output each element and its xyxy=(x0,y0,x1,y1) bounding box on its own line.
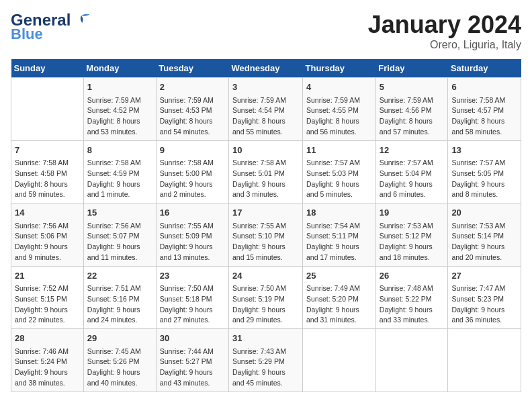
calendar-cell: 4Sunrise: 7:59 AM Sunset: 4:55 PM Daylig… xyxy=(303,78,376,141)
calendar-cell: 13Sunrise: 7:57 AM Sunset: 5:05 PM Dayli… xyxy=(448,140,521,203)
calendar-week-row: 1Sunrise: 7:59 AM Sunset: 4:52 PM Daylig… xyxy=(11,78,521,141)
day-number: 8 xyxy=(87,144,152,157)
calendar-cell: 14Sunrise: 7:56 AM Sunset: 5:06 PM Dayli… xyxy=(11,203,84,267)
day-info: Sunrise: 7:58 AM Sunset: 4:57 PM Dayligh… xyxy=(451,95,517,138)
day-info: Sunrise: 7:44 AM Sunset: 5:27 PM Dayligh… xyxy=(160,347,225,389)
calendar-cell: 16Sunrise: 7:55 AM Sunset: 5:09 PM Dayli… xyxy=(156,203,228,267)
day-number: 16 xyxy=(160,206,225,220)
day-number: 23 xyxy=(160,269,225,283)
day-header-monday: Monday xyxy=(83,59,156,78)
day-info: Sunrise: 7:52 AM Sunset: 5:15 PM Dayligh… xyxy=(15,283,80,326)
calendar-week-row: 14Sunrise: 7:56 AM Sunset: 5:06 PM Dayli… xyxy=(11,203,521,267)
calendar-cell: 26Sunrise: 7:48 AM Sunset: 5:22 PM Dayli… xyxy=(375,266,448,329)
calendar-cell: 23Sunrise: 7:50 AM Sunset: 5:18 PM Dayli… xyxy=(156,266,228,329)
day-number: 29 xyxy=(87,332,152,345)
day-info: Sunrise: 7:49 AM Sunset: 5:20 PM Dayligh… xyxy=(306,283,372,326)
day-info: Sunrise: 7:56 AM Sunset: 5:07 PM Dayligh… xyxy=(87,221,152,263)
day-info: Sunrise: 7:59 AM Sunset: 4:54 PM Dayligh… xyxy=(232,95,299,138)
calendar-cell: 29Sunrise: 7:45 AM Sunset: 5:26 PM Dayli… xyxy=(83,329,156,392)
calendar-cell: 27Sunrise: 7:47 AM Sunset: 5:23 PM Dayli… xyxy=(448,266,521,329)
day-number: 28 xyxy=(15,332,80,345)
day-info: Sunrise: 7:58 AM Sunset: 5:00 PM Dayligh… xyxy=(160,158,225,200)
calendar-table: SundayMondayTuesdayWednesdayThursdayFrid… xyxy=(11,59,521,392)
day-number: 7 xyxy=(15,144,80,157)
calendar-cell xyxy=(11,78,84,141)
day-number: 18 xyxy=(306,206,372,220)
logo-text-blue: Blue xyxy=(11,26,43,43)
day-number: 19 xyxy=(380,206,445,220)
calendar-cell: 28Sunrise: 7:46 AM Sunset: 5:24 PM Dayli… xyxy=(11,329,84,392)
day-info: Sunrise: 7:50 AM Sunset: 5:19 PM Dayligh… xyxy=(232,283,299,326)
calendar-cell: 18Sunrise: 7:54 AM Sunset: 5:11 PM Dayli… xyxy=(303,203,376,267)
calendar-cell: 25Sunrise: 7:49 AM Sunset: 5:20 PM Dayli… xyxy=(303,266,376,329)
calendar-cell: 6Sunrise: 7:58 AM Sunset: 4:57 PM Daylig… xyxy=(448,78,521,141)
day-info: Sunrise: 7:51 AM Sunset: 5:16 PM Dayligh… xyxy=(87,283,152,326)
day-number: 17 xyxy=(232,206,299,220)
calendar-cell: 12Sunrise: 7:57 AM Sunset: 5:04 PM Dayli… xyxy=(375,140,448,203)
logo: General Blue xyxy=(11,11,91,43)
calendar-cell: 3Sunrise: 7:59 AM Sunset: 4:54 PM Daylig… xyxy=(229,78,303,141)
calendar-cell: 19Sunrise: 7:53 AM Sunset: 5:12 PM Dayli… xyxy=(375,203,448,267)
day-info: Sunrise: 7:45 AM Sunset: 5:26 PM Dayligh… xyxy=(87,347,152,389)
day-header-tuesday: Tuesday xyxy=(156,59,228,78)
title-block: January 2024 Orero, Liguria, Italy xyxy=(368,11,521,51)
day-info: Sunrise: 7:58 AM Sunset: 5:01 PM Dayligh… xyxy=(232,158,299,200)
day-number: 30 xyxy=(160,332,225,345)
day-number: 31 xyxy=(232,332,299,345)
calendar-cell: 21Sunrise: 7:52 AM Sunset: 5:15 PM Dayli… xyxy=(11,266,84,329)
day-info: Sunrise: 7:59 AM Sunset: 4:56 PM Dayligh… xyxy=(380,95,445,138)
day-number: 25 xyxy=(306,269,372,283)
day-info: Sunrise: 7:58 AM Sunset: 4:59 PM Dayligh… xyxy=(87,158,152,200)
calendar-cell: 9Sunrise: 7:58 AM Sunset: 5:00 PM Daylig… xyxy=(156,140,228,203)
day-info: Sunrise: 7:56 AM Sunset: 5:06 PM Dayligh… xyxy=(15,221,80,263)
day-number: 9 xyxy=(160,144,225,157)
day-info: Sunrise: 7:50 AM Sunset: 5:18 PM Dayligh… xyxy=(160,283,225,326)
calendar-cell: 24Sunrise: 7:50 AM Sunset: 5:19 PM Dayli… xyxy=(229,266,303,329)
calendar-cell: 5Sunrise: 7:59 AM Sunset: 4:56 PM Daylig… xyxy=(375,78,448,141)
day-header-sunday: Sunday xyxy=(11,59,84,78)
day-info: Sunrise: 7:53 AM Sunset: 5:12 PM Dayligh… xyxy=(380,221,445,263)
day-info: Sunrise: 7:53 AM Sunset: 5:14 PM Dayligh… xyxy=(451,221,517,263)
day-info: Sunrise: 7:57 AM Sunset: 5:03 PM Dayligh… xyxy=(306,158,372,200)
calendar-week-row: 21Sunrise: 7:52 AM Sunset: 5:15 PM Dayli… xyxy=(11,266,521,329)
day-info: Sunrise: 7:54 AM Sunset: 5:11 PM Dayligh… xyxy=(306,221,372,263)
logo-bird-icon xyxy=(72,11,91,30)
day-number: 21 xyxy=(15,269,80,283)
day-info: Sunrise: 7:57 AM Sunset: 5:04 PM Dayligh… xyxy=(380,158,445,200)
calendar-cell: 15Sunrise: 7:56 AM Sunset: 5:07 PM Dayli… xyxy=(83,203,156,267)
day-info: Sunrise: 7:46 AM Sunset: 5:24 PM Dayligh… xyxy=(15,347,80,389)
day-info: Sunrise: 7:58 AM Sunset: 4:58 PM Dayligh… xyxy=(15,158,80,200)
day-number: 2 xyxy=(160,81,225,94)
day-info: Sunrise: 7:55 AM Sunset: 5:10 PM Dayligh… xyxy=(232,221,299,263)
calendar-week-row: 7Sunrise: 7:58 AM Sunset: 4:58 PM Daylig… xyxy=(11,140,521,203)
day-header-friday: Friday xyxy=(375,59,448,78)
day-info: Sunrise: 7:43 AM Sunset: 5:29 PM Dayligh… xyxy=(232,347,299,389)
calendar-cell: 10Sunrise: 7:58 AM Sunset: 5:01 PM Dayli… xyxy=(229,140,303,203)
calendar-cell xyxy=(303,329,376,392)
day-number: 24 xyxy=(232,269,299,283)
day-info: Sunrise: 7:59 AM Sunset: 4:53 PM Dayligh… xyxy=(160,95,225,138)
calendar-cell: 7Sunrise: 7:58 AM Sunset: 4:58 PM Daylig… xyxy=(11,140,84,203)
day-info: Sunrise: 7:59 AM Sunset: 4:52 PM Dayligh… xyxy=(87,95,152,138)
day-header-wednesday: Wednesday xyxy=(229,59,303,78)
day-number: 20 xyxy=(451,206,517,220)
day-info: Sunrise: 7:47 AM Sunset: 5:23 PM Dayligh… xyxy=(451,283,517,326)
day-number: 22 xyxy=(87,269,152,283)
day-number: 14 xyxy=(15,206,80,220)
calendar-cell: 1Sunrise: 7:59 AM Sunset: 4:52 PM Daylig… xyxy=(83,78,156,141)
calendar-header-row: SundayMondayTuesdayWednesdayThursdayFrid… xyxy=(11,59,521,78)
calendar-week-row: 28Sunrise: 7:46 AM Sunset: 5:24 PM Dayli… xyxy=(11,329,521,392)
page-header: General Blue January 2024 Orero, Liguria… xyxy=(11,11,521,51)
day-number: 27 xyxy=(451,269,517,283)
calendar-cell: 2Sunrise: 7:59 AM Sunset: 4:53 PM Daylig… xyxy=(156,78,228,141)
calendar-cell: 8Sunrise: 7:58 AM Sunset: 4:59 PM Daylig… xyxy=(83,140,156,203)
day-number: 15 xyxy=(87,206,152,220)
day-number: 1 xyxy=(87,81,152,94)
calendar-cell xyxy=(448,329,521,392)
day-number: 5 xyxy=(380,81,445,94)
calendar-body: 1Sunrise: 7:59 AM Sunset: 4:52 PM Daylig… xyxy=(11,78,521,392)
day-number: 26 xyxy=(380,269,445,283)
calendar-cell: 31Sunrise: 7:43 AM Sunset: 5:29 PM Dayli… xyxy=(229,329,303,392)
day-info: Sunrise: 7:57 AM Sunset: 5:05 PM Dayligh… xyxy=(451,158,517,200)
day-number: 4 xyxy=(306,81,372,94)
